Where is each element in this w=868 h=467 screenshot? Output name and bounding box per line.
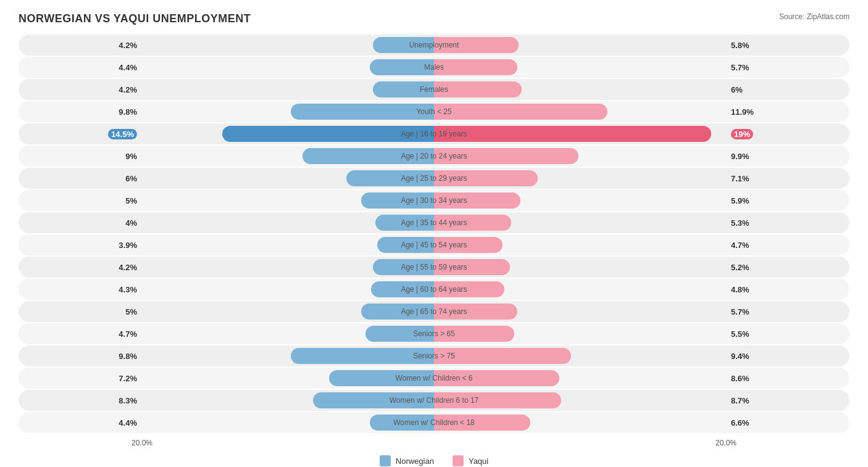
axis-label-right: 20.0% xyxy=(716,439,737,447)
chart-row: 14.5%19%Age | 16 to 19 years xyxy=(19,123,849,144)
left-value: 4.2% xyxy=(19,41,142,50)
right-value: 5.8% xyxy=(726,41,849,50)
chart-title: NORWEGIAN VS YAQUI UNEMPLOYMENT xyxy=(19,12,251,25)
axis-label-left: 20.0% xyxy=(131,439,152,447)
chart-row: 5%5.9%Age | 30 to 34 years xyxy=(19,190,849,211)
chart-row: 4.3%4.8%Age | 60 to 64 years xyxy=(19,279,849,300)
bars-wrapper: Age | 60 to 64 years xyxy=(142,279,726,300)
legend-label-yaqui: Yaqui xyxy=(469,457,488,466)
left-value: 4.7% xyxy=(19,329,142,339)
right-value: 5.2% xyxy=(726,263,849,272)
chart-source: Source: ZipAtlas.com xyxy=(779,12,849,21)
chart-container: NORWEGIAN VS YAQUI UNEMPLOYMENT Source: … xyxy=(0,0,868,467)
left-value: 9.8% xyxy=(19,107,142,117)
bars-wrapper: Females xyxy=(142,79,726,100)
chart-header: NORWEGIAN VS YAQUI UNEMPLOYMENT Source: … xyxy=(19,12,849,25)
legend-color-yaqui xyxy=(453,455,464,466)
bars-wrapper: Women w/ Children 6 to 17 xyxy=(142,390,726,411)
right-value: 8.6% xyxy=(726,374,849,383)
bar-label: Age | 45 to 54 years xyxy=(401,241,467,249)
bar-right xyxy=(434,59,517,75)
bars-wrapper: Age | 45 to 54 years xyxy=(142,234,726,255)
chart-row: 8.3%8.7%Women w/ Children 6 to 17 xyxy=(19,390,849,411)
bar-label: Seniors > 65 xyxy=(413,329,455,338)
chart-area: 4.2%5.8%Unemployment4.4%5.7%Males4.2%6%F… xyxy=(19,35,849,433)
legend-color-norwegian xyxy=(380,455,391,466)
left-value: 4.3% xyxy=(19,285,142,294)
bar-label: Age | 25 to 29 years xyxy=(401,174,467,183)
right-value: 6% xyxy=(726,85,849,94)
bars-wrapper: Seniors > 75 xyxy=(142,345,726,366)
bar-label: Women w/ Children 6 to 17 xyxy=(390,396,479,405)
bar-label: Unemployment xyxy=(409,41,459,49)
left-value: 5% xyxy=(19,307,142,316)
chart-row: 7.2%8.6%Women w/ Children < 6 xyxy=(19,368,849,389)
left-value: 4.4% xyxy=(19,63,142,72)
bars-wrapper: Males xyxy=(142,57,726,78)
bar-label: Females xyxy=(420,85,448,94)
bar-label: Males xyxy=(424,63,444,72)
right-value: 5.7% xyxy=(726,63,849,72)
bar-label: Seniors > 75 xyxy=(413,352,455,360)
bars-wrapper: Youth < 25 xyxy=(142,101,726,122)
left-value: 14.5% xyxy=(19,130,142,139)
chart-row: 9.8%11.9%Youth < 25 xyxy=(19,101,849,122)
bars-wrapper: Age | 16 to 19 years xyxy=(142,123,726,144)
bar-label: Age | 65 to 74 years xyxy=(401,307,467,316)
left-value: 4.2% xyxy=(19,85,142,94)
legend-item-yaqui: Yaqui xyxy=(453,455,488,466)
axis-row: 20.0% 20.0% xyxy=(19,437,849,449)
right-value: 5.5% xyxy=(726,329,849,339)
right-value: 19% xyxy=(726,130,849,139)
chart-row: 4.2%5.2%Age | 55 to 59 years xyxy=(19,257,849,278)
bar-label: Age | 16 to 19 years xyxy=(401,130,467,138)
bar-label: Age | 20 to 24 years xyxy=(401,152,467,160)
chart-row: 4.4%6.6%Women w/ Children < 18 xyxy=(19,412,849,433)
right-value: 5.7% xyxy=(726,307,849,316)
chart-row: 3.9%4.7%Age | 45 to 54 years xyxy=(19,234,849,255)
legend-label-norwegian: Norwegian xyxy=(396,457,434,466)
chart-row: 9.8%9.4%Seniors > 75 xyxy=(19,345,849,366)
chart-row: 4.2%6%Females xyxy=(19,79,849,100)
right-value: 7.1% xyxy=(726,174,849,183)
chart-row: 5%5.7%Age | 65 to 74 years xyxy=(19,301,849,322)
right-value: 5.9% xyxy=(726,196,849,205)
bar-right xyxy=(434,104,607,120)
bars-wrapper: Age | 65 to 74 years xyxy=(142,301,726,322)
bar-label: Age | 60 to 64 years xyxy=(401,285,467,294)
right-value: 5.3% xyxy=(726,218,849,228)
left-value: 5% xyxy=(19,196,142,205)
left-value: 7.2% xyxy=(19,374,142,383)
chart-row: 4.4%5.7%Males xyxy=(19,57,849,78)
bar-label: Youth < 25 xyxy=(416,107,451,116)
bar-label: Age | 35 to 44 years xyxy=(401,218,467,227)
bars-wrapper: Unemployment xyxy=(142,35,726,56)
bar-label: Women w/ Children < 18 xyxy=(393,418,475,427)
legend: Norwegian Yaqui xyxy=(19,455,849,466)
bars-wrapper: Age | 35 to 44 years xyxy=(142,212,726,233)
bars-wrapper: Age | 20 to 24 years xyxy=(142,146,726,167)
chart-row: 9%9.9%Age | 20 to 24 years xyxy=(19,146,849,167)
right-value: 4.8% xyxy=(726,285,849,294)
left-value: 4.4% xyxy=(19,418,142,428)
bars-wrapper: Age | 25 to 29 years xyxy=(142,168,726,189)
right-value: 6.6% xyxy=(726,418,849,428)
legend-item-norwegian: Norwegian xyxy=(380,455,434,466)
bar-right xyxy=(434,126,711,142)
right-value: 8.7% xyxy=(726,396,849,405)
bar-label: Women w/ Children < 6 xyxy=(396,374,473,382)
bar-left xyxy=(291,104,434,120)
bars-wrapper: Age | 55 to 59 years xyxy=(142,257,726,278)
left-value: 8.3% xyxy=(19,396,142,405)
left-value: 4% xyxy=(19,218,142,228)
bars-wrapper: Age | 30 to 34 years xyxy=(142,190,726,211)
left-value: 4.2% xyxy=(19,263,142,272)
right-value: 9.4% xyxy=(726,352,849,361)
right-value: 11.9% xyxy=(726,107,849,117)
left-value: 9% xyxy=(19,152,142,161)
bars-wrapper: Seniors > 65 xyxy=(142,323,726,344)
bars-wrapper: Women w/ Children < 6 xyxy=(142,368,726,389)
left-value: 3.9% xyxy=(19,241,142,250)
left-value: 6% xyxy=(19,174,142,183)
left-value: 9.8% xyxy=(19,352,142,361)
